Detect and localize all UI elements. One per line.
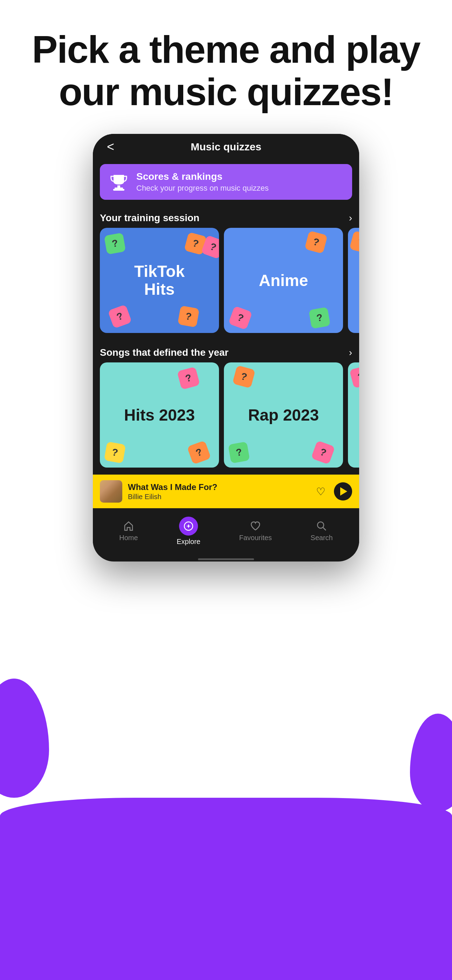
nav-home-label: Home — [119, 534, 138, 542]
tiktok-hits-label: TikTok Hits — [134, 262, 185, 298]
training-section-header[interactable]: Your training session › — [93, 205, 359, 228]
scores-rankings-banner[interactable]: Scores & rankings Check your progress on… — [100, 164, 352, 200]
year-section-header[interactable]: Songs that defined the year › — [93, 340, 359, 363]
q-mark-decoration: ? — [228, 305, 252, 330]
favourites-icon — [250, 520, 261, 532]
now-playing-bar[interactable]: What Was I Made For? Billie Eilish ♡ — [93, 474, 359, 508]
hits2023-card[interactable]: ? ? ? Hits 2023 — [100, 363, 219, 468]
q-mark-decoration: ? — [309, 307, 331, 329]
hits2023-label: Hits 2023 — [124, 406, 195, 424]
q-mark-decoration: ? — [104, 233, 126, 255]
q-mark-decoration: ? — [228, 442, 250, 464]
heart-button[interactable]: ♡ — [313, 483, 328, 501]
q-mark-decoration: ? — [349, 231, 359, 254]
nav-search[interactable]: Search — [302, 518, 341, 545]
q-mark-decoration: ? — [108, 304, 132, 328]
nav-bottom-indicator — [198, 558, 254, 560]
now-playing-info: What Was I Made For? Billie Eilish — [128, 482, 308, 501]
rap2023-card[interactable]: ? ? ? Rap 2023 — [224, 363, 343, 468]
phone-topbar: < Music quizzes — [93, 134, 359, 158]
now-playing-title: What Was I Made For? — [128, 482, 308, 492]
rap2023-label: Rap 2023 — [248, 406, 319, 424]
q-mark-decoration: ? — [177, 367, 200, 390]
back-button[interactable]: < — [107, 140, 114, 154]
q-mark-decoration: ? — [104, 442, 126, 464]
trophy-icon — [108, 172, 129, 192]
album-art — [100, 480, 122, 503]
play-button[interactable] — [334, 482, 352, 501]
q-mark-decoration: ? — [311, 440, 335, 465]
tiktok-hits-card[interactable]: ? ? ? ? ? TikTok Hits — [100, 228, 219, 333]
q-mark-decoration: ? — [187, 440, 211, 465]
now-playing-artist: Billie Eilish — [128, 493, 308, 501]
q-mark-decoration: ? — [349, 365, 359, 388]
year-cards-row: ? ? ? Hits 2023 ? ? ? Rap 2023 ? — [93, 363, 359, 474]
play-triangle-icon — [340, 487, 347, 496]
phone-screen-title: Music quizzes — [191, 141, 261, 153]
svg-point-4 — [317, 522, 324, 528]
chevron-right-icon: › — [349, 212, 352, 224]
q-mark-decoration: ? — [232, 365, 255, 388]
year-section-title: Songs that defined the year — [100, 347, 228, 358]
training-section-title: Your training session — [100, 212, 199, 224]
partial-card-training: ? — [348, 228, 359, 333]
nav-explore[interactable]: Explore — [168, 514, 209, 549]
explore-icon — [184, 521, 193, 531]
anime-label: Anime — [259, 272, 308, 290]
anime-card[interactable]: ? ? ? Anime — [224, 228, 343, 333]
nav-explore-label: Explore — [177, 538, 201, 546]
search-icon — [316, 520, 327, 532]
nav-favourites-label: Favourites — [239, 534, 272, 542]
svg-rect-2 — [118, 185, 120, 188]
training-cards-row: ? ? ? ? ? TikTok Hits ? ? ? Anime ? — [93, 228, 359, 340]
explore-icon-bg — [179, 517, 198, 536]
bottom-nav: Home Explore Favourites — [93, 508, 359, 555]
nav-favourites[interactable]: Favourites — [231, 518, 280, 545]
scores-subtitle: Check your progress on music quizzes — [136, 184, 344, 193]
home-icon — [123, 520, 134, 532]
partial-card-year: ? — [348, 363, 359, 468]
q-mark-decoration: ? — [178, 305, 200, 328]
nav-home[interactable]: Home — [111, 518, 146, 545]
scores-title: Scores & rankings — [136, 171, 344, 182]
phone-mockup: < Music quizzes Scores & rankings Check … — [93, 134, 359, 562]
hero-title: Pick a theme and play our music quizzes! — [0, 28, 452, 113]
scores-text: Scores & rankings Check your progress on… — [136, 171, 344, 193]
svg-line-5 — [323, 528, 326, 530]
q-mark-decoration: ? — [304, 231, 328, 254]
svg-rect-1 — [113, 189, 124, 191]
chevron-right-icon-2: › — [349, 347, 352, 358]
nav-search-label: Search — [310, 534, 333, 542]
